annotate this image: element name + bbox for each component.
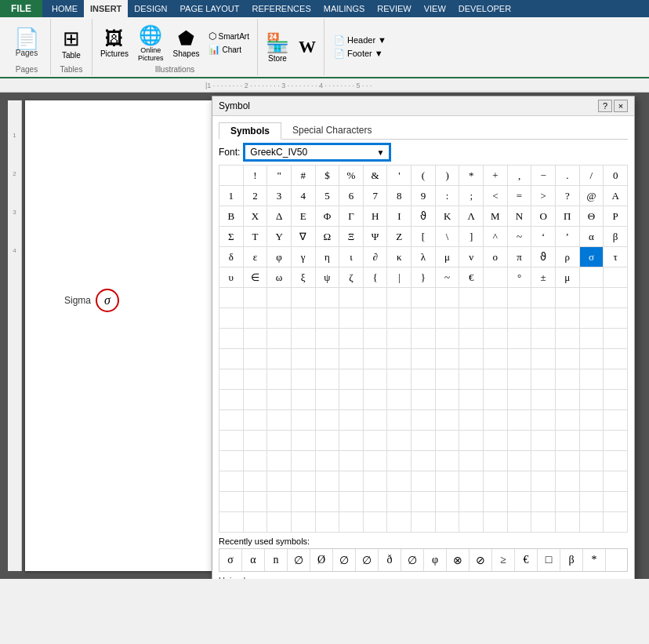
symbol-cell[interactable] <box>507 451 531 471</box>
symbol-cell[interactable] <box>555 288 579 308</box>
symbol-cell[interactable] <box>339 512 364 533</box>
symbol-cell[interactable] <box>435 410 459 431</box>
recently-used-cell[interactable]: ∅ <box>356 549 379 571</box>
symbol-cell[interactable] <box>219 329 244 349</box>
smartart-button[interactable]: ⬡ SmartArt <box>205 30 252 42</box>
symbol-cell[interactable] <box>315 471 339 492</box>
symbol-cell[interactable] <box>412 471 436 492</box>
symbol-cell[interactable]: σ <box>579 247 604 267</box>
symbol-cell[interactable]: ε <box>243 247 267 267</box>
recently-used-cell[interactable]: α <box>242 549 265 571</box>
symbol-cell[interactable]: τ <box>604 247 628 267</box>
symbol-cell[interactable] <box>579 410 604 431</box>
symbol-cell[interactable]: ) <box>435 166 459 186</box>
symbol-cell[interactable] <box>604 410 628 431</box>
symbol-cell[interactable] <box>435 308 459 329</box>
symbol-cell[interactable]: ^ <box>484 227 508 247</box>
symbol-cell[interactable]: 3 <box>267 186 292 206</box>
symbol-cell[interactable]: Χ <box>243 206 267 227</box>
symbol-cell[interactable]: Μ <box>484 206 508 227</box>
symbol-cell[interactable]: < <box>484 186 508 206</box>
symbol-cell[interactable]: ρ <box>555 247 579 267</box>
symbol-cell[interactable] <box>604 308 628 329</box>
symbol-cell[interactable] <box>363 288 387 308</box>
symbol-cell[interactable]: ∇ <box>291 227 315 247</box>
symbol-cell[interactable] <box>412 410 436 431</box>
symbol-cell[interactable] <box>243 492 267 512</box>
symbol-cell[interactable] <box>267 512 292 533</box>
symbol-cell[interactable] <box>363 431 387 451</box>
symbol-cell[interactable]: ± <box>531 267 556 288</box>
symbol-cell[interactable] <box>219 166 244 186</box>
symbol-cell[interactable]: Υ <box>267 227 292 247</box>
symbol-cell[interactable] <box>267 390 292 410</box>
symbol-cell[interactable] <box>579 492 604 512</box>
font-select[interactable]: GreekC_IV50 ▼ <box>245 144 390 160</box>
symbol-cell[interactable]: Ρ <box>604 206 628 227</box>
symbol-cell[interactable] <box>435 471 459 492</box>
symbol-cell[interactable] <box>579 451 604 471</box>
symbol-cell[interactable] <box>484 492 508 512</box>
symbol-cell[interactable]: 7 <box>363 186 387 206</box>
symbol-cell[interactable] <box>291 512 315 533</box>
shapes-button[interactable]: ⬟ Shapes <box>170 26 203 60</box>
symbol-cell[interactable]: δ <box>219 247 244 267</box>
symbol-cell[interactable]: μ <box>555 267 579 288</box>
symbol-cell[interactable]: 6 <box>339 186 364 206</box>
symbol-cell[interactable]: ϑ <box>531 247 556 267</box>
symbol-cell[interactable] <box>604 390 628 410</box>
symbol-cell[interactable] <box>579 288 604 308</box>
symbol-cell[interactable] <box>267 451 292 471</box>
recently-used-cell[interactable]: □ <box>538 549 560 571</box>
symbol-cell[interactable] <box>507 471 531 492</box>
symbol-cell[interactable] <box>243 288 267 308</box>
symbol-cell[interactable]: η <box>315 247 339 267</box>
symbol-cell[interactable]: ω <box>267 267 292 288</box>
symbol-cell[interactable]: ! <box>243 166 267 186</box>
symbol-cell[interactable] <box>579 329 604 349</box>
symbol-cell[interactable] <box>579 349 604 369</box>
recently-used-cell[interactable]: ð <box>379 549 401 571</box>
symbol-cell[interactable] <box>291 410 315 431</box>
recently-used-cell[interactable]: ∅ <box>288 549 310 571</box>
symbol-cell[interactable] <box>531 349 556 369</box>
symbol-cell[interactable] <box>412 369 436 390</box>
symbol-cell[interactable] <box>412 451 436 471</box>
symbol-cell[interactable]: Λ <box>459 206 484 227</box>
symbol-cell[interactable]: Ω <box>315 227 339 247</box>
symbol-cell[interactable] <box>412 329 436 349</box>
symbol-cell[interactable] <box>219 492 244 512</box>
symbol-cell[interactable] <box>219 308 244 329</box>
symbol-cell[interactable] <box>339 349 364 369</box>
recently-used-cell[interactable]: ∅ <box>333 549 356 571</box>
symbol-cell[interactable]: # <box>291 166 315 186</box>
symbol-cell[interactable] <box>387 492 412 512</box>
pages-button[interactable]: 📄 Pages <box>9 27 44 59</box>
symbol-cell[interactable] <box>459 512 484 533</box>
dialog-help-button[interactable]: ? <box>598 100 612 112</box>
symbol-cell[interactable]: Ν <box>507 206 531 227</box>
symbol-cell[interactable] <box>412 431 436 451</box>
symbol-cell[interactable]: Ι <box>387 206 412 227</box>
symbol-cell[interactable] <box>387 431 412 451</box>
symbol-cell[interactable] <box>412 390 436 410</box>
symbol-cell[interactable] <box>555 349 579 369</box>
symbol-cell[interactable]: : <box>435 186 459 206</box>
symbol-cell[interactable] <box>555 471 579 492</box>
symbol-cell[interactable]: υ <box>219 267 244 288</box>
symbol-cell[interactable] <box>435 329 459 349</box>
symbol-cell[interactable] <box>219 369 244 390</box>
symbol-cell[interactable] <box>243 329 267 349</box>
recently-used-cell[interactable]: ∅ <box>401 549 424 571</box>
symbol-cell[interactable] <box>339 492 364 512</box>
symbol-cell[interactable] <box>412 492 436 512</box>
symbol-cell[interactable]: ψ <box>315 267 339 288</box>
symbol-cell[interactable] <box>435 451 459 471</box>
symbol-cell[interactable] <box>507 288 531 308</box>
symbol-cell[interactable] <box>363 308 387 329</box>
symbol-cell[interactable] <box>435 512 459 533</box>
symbol-cell[interactable] <box>291 288 315 308</box>
symbol-cell[interactable]: 1 <box>219 186 244 206</box>
symbol-cell[interactable]: π <box>507 247 531 267</box>
symbol-cell[interactable]: $ <box>315 166 339 186</box>
